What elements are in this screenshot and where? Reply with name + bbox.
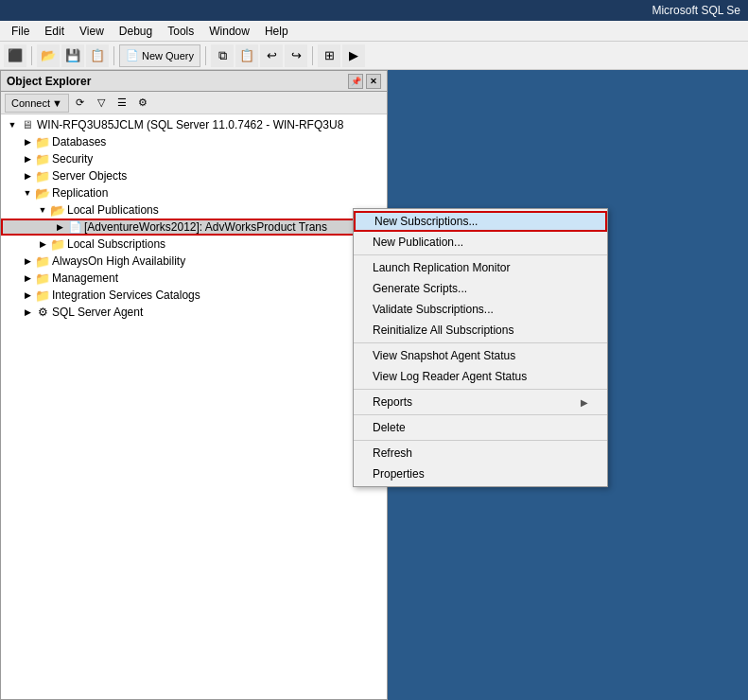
sql-agent-toggle-icon[interactable]: ▶ [20, 305, 35, 320]
server-toggle-icon[interactable]: ▼ [5, 117, 20, 132]
reports-arrow-icon: ▶ [581, 397, 588, 408]
explorer-toolbar: Connect ▼ ⟳ ▽ ☰ ⚙ [1, 92, 387, 114]
publication-toggle-icon[interactable]: ▶ [52, 219, 67, 235]
new-query-button[interactable]: 📄 New Query [119, 44, 200, 67]
toolbar-sep-2 [113, 46, 114, 65]
delete-label: Delete [373, 421, 406, 434]
local-subscriptions-folder-icon: 📁 [50, 236, 65, 252]
toolbar-saveall-btn[interactable]: 📋 [86, 44, 109, 67]
menu-edit[interactable]: Edit [37, 23, 72, 40]
log-reader-status-label: View Log Reader Agent Status [373, 370, 527, 383]
menu-file[interactable]: File [4, 23, 37, 40]
tree-node-integration-services[interactable]: ▶ 📁 Integration Services Catalogs [1, 287, 387, 304]
integration-folder-icon: 📁 [35, 288, 50, 303]
toolbar: ⬛ 📂 💾 📋 📄 New Query ⧉ 📋 ↩ ↪ ⊞ ▶ [0, 42, 748, 70]
properties-label: Properties [373, 467, 425, 481]
databases-folder-icon: 📁 [35, 134, 50, 149]
panel-header-controls: 📌 ✕ [348, 74, 381, 89]
tree-node-server-objects[interactable]: ▶ 📁 Server Objects [1, 167, 387, 184]
connect-button[interactable]: Connect ▼ [5, 94, 69, 113]
toolbar-undo-btn[interactable]: ↩ [260, 44, 283, 67]
connect-label: Connect [11, 97, 50, 109]
menu-tools[interactable]: Tools [160, 23, 201, 40]
tree-view: ▼ 🖥 WIN-RFQ3U85JCLM (SQL Server 11.0.746… [1, 114, 387, 699]
alwayson-toggle-icon[interactable]: ▶ [20, 254, 35, 269]
object-explorer-panel: Object Explorer 📌 ✕ Connect ▼ ⟳ ▽ ☰ ⚙ ▼ … [0, 70, 388, 700]
context-menu-refresh[interactable]: Refresh [354, 443, 607, 464]
tree-node-security[interactable]: ▶ 📁 Security [1, 150, 387, 167]
explorer-filter-btn[interactable]: ▽ [92, 94, 111, 113]
tree-node-replication[interactable]: ▼ 📂 Replication [1, 184, 387, 201]
toolbar-sep-1 [31, 46, 32, 65]
tree-node-publication[interactable]: ▶ 📄 [AdventureWorks2012]: AdvWorksProduc… [1, 219, 387, 236]
context-sep-5 [354, 440, 607, 441]
menu-debug[interactable]: Debug [112, 23, 160, 40]
panel-close-btn[interactable]: ✕ [366, 74, 381, 89]
toolbar-save-btn[interactable]: 💾 [61, 44, 84, 67]
toolbar-copy-btn[interactable]: ⧉ [211, 44, 234, 67]
management-toggle-icon[interactable]: ▶ [20, 271, 35, 286]
toolbar-paste-btn[interactable]: 📋 [235, 44, 258, 67]
context-menu-launch-monitor[interactable]: Launch Replication Monitor [354, 257, 607, 278]
tree-node-management[interactable]: ▶ 📁 Management [1, 270, 387, 287]
tree-node-sql-agent[interactable]: ▶ ⚙ SQL Server Agent [1, 304, 387, 321]
toolbar-sep-4 [312, 46, 313, 65]
menu-view[interactable]: View [72, 23, 112, 40]
context-menu-reinitialize[interactable]: Reinitialize All Subscriptions [354, 320, 607, 341]
tree-node-alwayson[interactable]: ▶ 📁 AlwaysOn High Availability [1, 253, 387, 270]
toolbar-sep-3 [205, 46, 206, 65]
context-menu-delete[interactable]: Delete [354, 417, 607, 438]
context-menu-new-subscriptions[interactable]: New Subscriptions... [354, 211, 607, 232]
context-menu-reports[interactable]: Reports ▶ [354, 392, 607, 412]
tree-node-local-publications[interactable]: ▼ 📂 Local Publications [1, 201, 387, 219]
panel-pin-btn[interactable]: 📌 [348, 74, 363, 89]
explorer-refresh-btn[interactable]: ⟳ [71, 94, 90, 113]
databases-label: Databases [52, 135, 106, 149]
menu-help[interactable]: Help [257, 23, 296, 40]
tree-server-node[interactable]: ▼ 🖥 WIN-RFQ3U85JCLM (SQL Server 11.0.746… [1, 116, 387, 133]
toolbar-open-btn[interactable]: 📂 [37, 44, 60, 67]
local-subscriptions-toggle-icon[interactable]: ▶ [35, 236, 50, 252]
new-query-icon: 📄 [126, 49, 139, 61]
local-publications-label: Local Publications [67, 203, 159, 217]
sql-agent-icon: ⚙ [35, 305, 50, 320]
context-menu-new-publication[interactable]: New Publication... [354, 232, 607, 253]
context-menu-generate-scripts[interactable]: Generate Scripts... [354, 278, 607, 299]
context-menu-properties[interactable]: Properties [354, 464, 607, 484]
reports-label: Reports [373, 395, 412, 409]
context-menu-log-reader-status[interactable]: View Log Reader Agent Status [354, 366, 607, 387]
context-menu-validate-subscriptions[interactable]: Validate Subscriptions... [354, 299, 607, 320]
refresh-label: Refresh [373, 446, 412, 460]
toolbar-back-btn[interactable]: ⬛ [4, 44, 26, 67]
server-objects-toggle-icon[interactable]: ▶ [20, 168, 35, 184]
main-content: Object Explorer 📌 ✕ Connect ▼ ⟳ ▽ ☰ ⚙ ▼ … [0, 70, 748, 700]
integration-toggle-icon[interactable]: ▶ [20, 288, 35, 303]
management-label: Management [52, 271, 118, 285]
context-menu-snapshot-status[interactable]: View Snapshot Agent Status [354, 345, 607, 366]
menu-window[interactable]: Window [201, 23, 257, 40]
local-subscriptions-label: Local Subscriptions [67, 237, 165, 251]
tree-node-databases[interactable]: ▶ 📁 Databases [1, 133, 387, 150]
alwayson-label: AlwaysOn High Availability [52, 254, 185, 268]
security-label: Security [52, 152, 93, 166]
explorer-options-btn[interactable]: ⚙ [133, 94, 152, 113]
toolbar-redo-btn[interactable]: ↪ [285, 44, 307, 67]
sql-agent-label: SQL Server Agent [52, 306, 143, 319]
toolbar-run-btn[interactable]: ▶ [342, 44, 365, 67]
explorer-summary-btn[interactable]: ☰ [113, 94, 131, 113]
databases-toggle-icon[interactable]: ▶ [20, 134, 35, 149]
menu-bar: File Edit View Debug Tools Window Help [0, 21, 748, 42]
new-subscriptions-label: New Subscriptions... [374, 215, 478, 228]
new-query-label: New Query [142, 50, 194, 61]
security-toggle-icon[interactable]: ▶ [20, 151, 35, 166]
toolbar-extra1-btn[interactable]: ⊞ [318, 44, 340, 67]
local-publications-folder-icon: 📂 [50, 202, 65, 218]
context-sep-2 [354, 342, 607, 343]
replication-folder-icon: 📂 [35, 185, 50, 201]
tree-node-local-subscriptions[interactable]: ▶ 📁 Local Subscriptions [1, 236, 387, 253]
generate-scripts-label: Generate Scripts... [373, 282, 467, 295]
new-publication-label: New Publication... [373, 236, 463, 249]
replication-toggle-icon[interactable]: ▼ [20, 185, 35, 201]
local-publications-toggle-icon[interactable]: ▼ [35, 202, 50, 218]
snapshot-status-label: View Snapshot Agent Status [373, 349, 515, 362]
